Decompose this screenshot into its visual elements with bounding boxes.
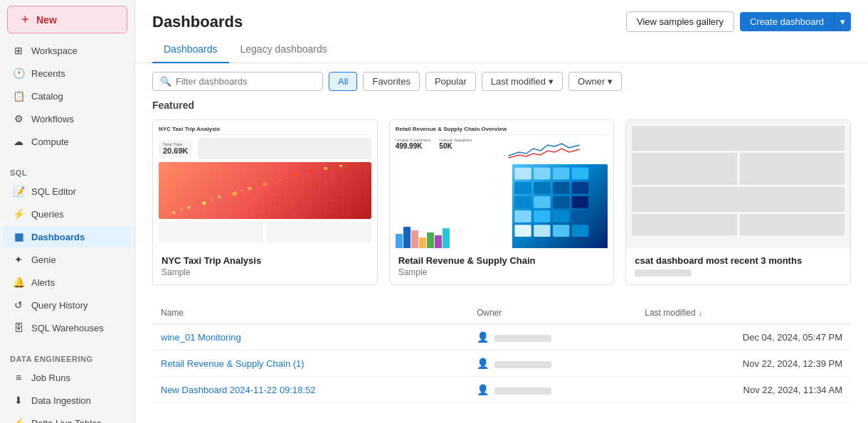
svg-rect-34	[553, 225, 569, 237]
svg-rect-24	[515, 196, 531, 208]
sidebar-item-recents[interactable]: 🕐 Recents	[3, 63, 132, 84]
plus-icon: ＋	[19, 12, 31, 27]
filter-owner-button[interactable]: Owner ▾	[568, 72, 622, 91]
retail-stat-2-value: 50K	[439, 142, 472, 150]
svg-rect-18	[553, 168, 569, 180]
create-dashboard-group: Create dashboard ▾	[740, 12, 851, 31]
retail-preview-content: Retail Revenue & Supply Chain Overview U…	[390, 120, 614, 248]
main-content: Dashboards View samples gallery Create d…	[135, 0, 868, 423]
svg-rect-29	[534, 210, 551, 223]
card-retail-revenue[interactable]: Retail Revenue & Supply Chain Overview U…	[389, 119, 615, 285]
view-samples-button[interactable]: View samples gallery	[626, 11, 734, 32]
row-2-date: Nov 22, 2024, 11:34 AM	[636, 377, 851, 403]
create-dashboard-button[interactable]: Create dashboard	[740, 12, 834, 31]
sidebar-item-dashboards[interactable]: ▦ Dashboards	[3, 226, 132, 247]
genie-icon: ✦	[13, 254, 24, 265]
sidebar-item-job-runs[interactable]: ≡ Job Runs	[3, 367, 132, 388]
sql-warehouses-icon: 🗄	[13, 322, 24, 333]
filter-favorites-button[interactable]: Favorites	[363, 72, 419, 91]
tab-bar: Dashboards Legacy dashboards	[135, 38, 868, 63]
card-info-retail-revenue: Retail Revenue & Supply Chain Sample	[390, 248, 614, 284]
svg-rect-33	[534, 225, 551, 237]
row-2-owner: 👤	[468, 377, 636, 403]
sidebar-label-dashboards: Dashboards	[31, 232, 85, 242]
search-input[interactable]	[176, 76, 315, 87]
csat-small-4	[740, 214, 845, 235]
svg-rect-35	[572, 225, 588, 237]
sidebar-label-queries: Queries	[31, 209, 64, 220]
filter-last-modified-button[interactable]: Last modified ▾	[482, 72, 563, 91]
table-head: Name Owner Last modified ↓	[152, 302, 851, 324]
svg-point-11	[339, 165, 342, 168]
retail-line-svg	[480, 138, 608, 159]
sidebar-label-query-history: Query History	[31, 300, 88, 311]
header-actions: View samples gallery Create dashboard ▾	[626, 11, 851, 32]
sidebar-item-catalog[interactable]: 📋 Catalog	[3, 85, 132, 107]
dashboards-icon: ▦	[13, 231, 24, 242]
owner-icon-0: 👤	[477, 331, 489, 343]
retail-stats-row: Unique Customers 499.99K Unique Supplier…	[396, 138, 608, 161]
new-button[interactable]: ＋ New	[7, 6, 127, 33]
alerts-icon: 🔔	[13, 277, 24, 288]
row-0-owner: 👤	[468, 324, 636, 350]
workspace-icon: ⊞	[13, 45, 24, 56]
retail-bar-chart	[396, 164, 510, 248]
row-1-name[interactable]: Retail Revenue & Supply Chain (1)	[152, 350, 468, 377]
sql-editor-icon: 📝	[13, 186, 24, 197]
sidebar-item-delta-live-tables[interactable]: ⚡ Delta Live Tables	[3, 412, 132, 423]
svg-rect-26	[553, 196, 569, 208]
sidebar-item-sql-warehouses[interactable]: 🗄 SQL Warehouses	[3, 317, 132, 338]
table: Name Owner Last modified ↓ wine_01 Monit…	[152, 302, 851, 403]
sidebar-label-alerts: Alerts	[31, 277, 55, 288]
card-sub-retail-revenue: Sample	[398, 267, 605, 277]
retail-stat-1-value: 499.99K	[396, 142, 431, 150]
last-modified-label: Last modified	[645, 308, 695, 318]
sidebar-item-workspace[interactable]: ⊞ Workspace	[3, 40, 132, 61]
filter-popular-button[interactable]: Popular	[425, 72, 476, 91]
card-preview-retail-revenue: Retail Revenue & Supply Chain Overview U…	[390, 120, 614, 248]
recents-icon: 🕐	[13, 68, 24, 79]
sidebar-label-sql-editor: SQL Editor	[31, 186, 76, 197]
owner-placeholder-0	[494, 335, 551, 342]
row-2-name[interactable]: New Dashboard 2024-11-22 09:18:52	[152, 377, 468, 403]
sidebar-item-alerts[interactable]: 🔔 Alerts	[3, 272, 132, 293]
nyc-stats-row: Total Trips 20.69K	[159, 138, 371, 159]
card-sub-nyc-taxi: Sample	[162, 267, 369, 277]
card-name-csat: csat dashboard most recent 3 months	[635, 255, 842, 266]
filter-all-button[interactable]: All	[329, 72, 357, 91]
nyc-stat-total: Total Trips 20.69K	[159, 140, 192, 157]
card-csat[interactable]: csat dashboard most recent 3 months	[625, 119, 851, 285]
scatter-svg	[159, 162, 371, 219]
table-header-row: Name Owner Last modified ↓	[152, 302, 851, 324]
svg-rect-25	[534, 196, 551, 208]
svg-rect-32	[515, 225, 531, 237]
svg-point-12	[180, 208, 182, 210]
csat-row-1	[632, 153, 845, 185]
sidebar-item-compute[interactable]: ☁ Compute	[3, 131, 132, 152]
card-nyc-taxi[interactable]: NYC Taxi Trip Analysis Total Trips 20.69…	[152, 119, 378, 285]
sidebar-label-data-ingestion: Data Ingestion	[31, 395, 91, 406]
catalog-icon: 📋	[13, 90, 24, 102]
page-header: Dashboards View samples gallery Create d…	[135, 0, 868, 32]
content-area: Featured NYC Taxi Trip Analysis Total Tr…	[135, 100, 868, 423]
csat-small-2	[740, 153, 845, 185]
owner-icon-2: 👤	[477, 384, 489, 395]
search-box: 🔍	[152, 72, 323, 91]
create-dashboard-arrow-button[interactable]: ▾	[834, 12, 851, 31]
sidebar-item-sql-editor[interactable]: 📝 SQL Editor	[3, 181, 132, 202]
queries-icon: ⚡	[13, 208, 24, 220]
sidebar-item-workflows[interactable]: ⚙ Workflows	[3, 108, 132, 129]
card-name-retail-revenue: Retail Revenue & Supply Chain	[398, 255, 605, 266]
tab-legacy-dashboards[interactable]: Legacy dashboards	[229, 38, 339, 63]
row-0-name[interactable]: wine_01 Monitoring	[152, 324, 468, 350]
sort-icon: ↓	[699, 309, 703, 317]
svg-rect-27	[572, 196, 588, 208]
tab-dashboards[interactable]: Dashboards	[152, 38, 229, 63]
sidebar-item-queries[interactable]: ⚡ Queries	[3, 203, 132, 225]
sidebar-item-query-history[interactable]: ↺ Query History	[3, 294, 132, 316]
sidebar-item-genie[interactable]: ✦ Genie	[3, 249, 132, 270]
workflows-icon: ⚙	[13, 113, 24, 124]
sidebar-item-data-ingestion[interactable]: ⬇ Data Ingestion	[3, 390, 132, 411]
owner-label: Owner	[578, 76, 605, 87]
query-history-icon: ↺	[13, 299, 24, 311]
